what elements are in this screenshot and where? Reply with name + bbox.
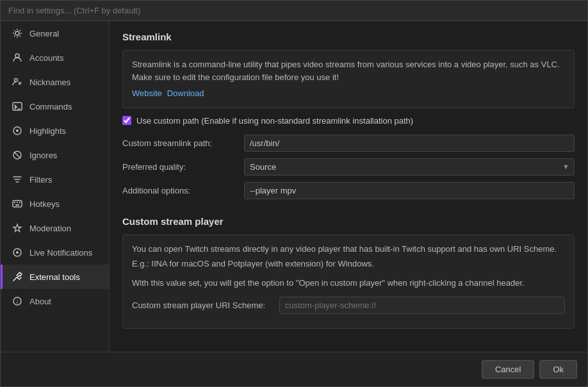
sidebar-item-general-label: General [29,29,59,38]
sidebar-item-nicknames[interactable]: Nicknames [1,70,109,94]
footer: Cancel Ok [1,352,587,386]
additional-options-input[interactable] [244,182,575,199]
custom-stream-player-title: Custom stream player [122,216,575,227]
svg-point-14 [16,251,19,254]
svg-line-7 [14,152,20,158]
additional-options-label: Additional options: [122,186,244,195]
uri-scheme-label: Custom stream player URI Scheme: [132,299,279,312]
filters-icon [12,174,23,185]
sidebar-item-accounts[interactable]: Accounts [1,45,109,70]
general-icon [12,28,23,39]
commands-icon [12,101,23,112]
svg-point-1 [15,54,19,58]
sidebar-item-external-tools-label: External tools [29,272,80,282]
streamlink-section: Streamlink Streamlink is a command-line … [122,31,575,199]
streamlink-description: Streamlink is a command-line utility tha… [132,60,560,82]
nicknames-icon [12,76,23,88]
sidebar-item-external-tools[interactable]: External tools [1,265,109,289]
svg-point-2 [15,79,18,82]
custom-path-checkbox-row: Use custom path (Enable if using non-sta… [122,116,575,126]
svg-text:i: i [17,299,19,305]
sidebar-item-moderation-label: Moderation [29,224,71,233]
svg-rect-3 [13,103,22,110]
search-bar [1,1,587,21]
external-tools-icon [12,271,23,283]
sidebar-item-commands[interactable]: Commands [1,94,109,119]
sidebar-item-live-notifications-label: Live Notifications [29,248,92,258]
search-input[interactable] [8,6,580,15]
sidebar-item-accounts-label: Accounts [29,53,63,63]
sidebar-item-about-label: About [29,297,51,306]
sidebar-item-hotkeys[interactable]: Hotkeys [1,192,109,216]
streamlink-info-box: Streamlink is a command-line utility tha… [122,50,575,108]
ok-button[interactable]: Ok [539,360,577,379]
sidebar-item-moderation[interactable]: Moderation [1,216,109,240]
sidebar-item-hotkeys-label: Hotkeys [29,199,60,209]
sidebar-item-general[interactable]: General [1,21,109,45]
svg-rect-10 [17,202,18,203]
sidebar-item-live-notifications[interactable]: Live Notifications [1,240,109,265]
svg-point-5 [16,129,19,132]
sidebar-item-nicknames-label: Nicknames [29,78,70,87]
streamlink-links: WebsiteDownload [132,87,565,100]
sidebar-item-filters[interactable]: Filters [1,167,109,192]
hotkeys-icon [12,198,23,210]
sidebar-item-ignores-label: Ignores [29,151,57,160]
cancel-button[interactable]: Cancel [482,360,534,379]
moderation-icon [12,222,23,234]
custom-path-row: Custom streamlink path: [122,135,575,152]
preferred-quality-select[interactable]: Source Best High Medium Low Worst [244,158,575,176]
preferred-quality-label: Preferred quality: [122,162,244,172]
website-link[interactable]: Website [132,88,162,98]
svg-rect-9 [14,202,15,203]
preferred-quality-select-wrapper: Source Best High Medium Low Worst ▼ [244,158,575,176]
svg-rect-8 [13,201,22,207]
accounts-icon [12,52,23,63]
preferred-quality-row: Preferred quality: Source Best High Medi… [122,158,575,176]
uri-scheme-input[interactable] [279,297,565,314]
streamlink-title: Streamlink [122,31,575,42]
content-area: Streamlink Streamlink is a command-line … [110,21,587,352]
custom-stream-player-info-box: You can open Twitch streams directly in … [122,235,575,329]
svg-rect-12 [15,204,19,206]
download-link[interactable]: Download [167,88,204,98]
custom-stream-player-desc3: With this value set, you will get the op… [132,277,565,290]
sidebar-item-filters-label: Filters [29,175,52,185]
sidebar-item-highlights[interactable]: Highlights [1,119,109,143]
custom-stream-player-desc1: You can open Twitch streams directly in … [132,243,565,256]
svg-rect-11 [19,202,20,203]
live-notifications-icon [12,247,23,258]
about-icon: i [12,295,23,307]
sidebar-item-highlights-label: Highlights [29,126,66,136]
custom-stream-player-desc2: E.g.: IINA for macOS and Potplayer (with… [132,258,565,270]
ignores-icon [12,149,23,161]
sidebar-item-about[interactable]: i About [1,289,109,313]
uri-scheme-row: Custom stream player URI Scheme: [132,297,565,314]
sidebar-item-commands-label: Commands [29,102,72,111]
svg-point-0 [15,31,19,35]
additional-options-row: Additional options: [122,182,575,199]
custom-path-checkbox[interactable] [122,116,131,125]
sidebar-item-ignores[interactable]: Ignores [1,143,109,167]
highlights-icon [12,125,23,136]
sidebar: General Accounts Nicknames Commands [1,21,110,352]
custom-path-input[interactable] [244,135,575,152]
custom-path-label: Custom streamlink path: [122,138,244,148]
custom-stream-player-section: Custom stream player You can open Twitch… [122,216,575,329]
custom-path-checkbox-label[interactable]: Use custom path (Enable if using non-sta… [136,116,413,126]
